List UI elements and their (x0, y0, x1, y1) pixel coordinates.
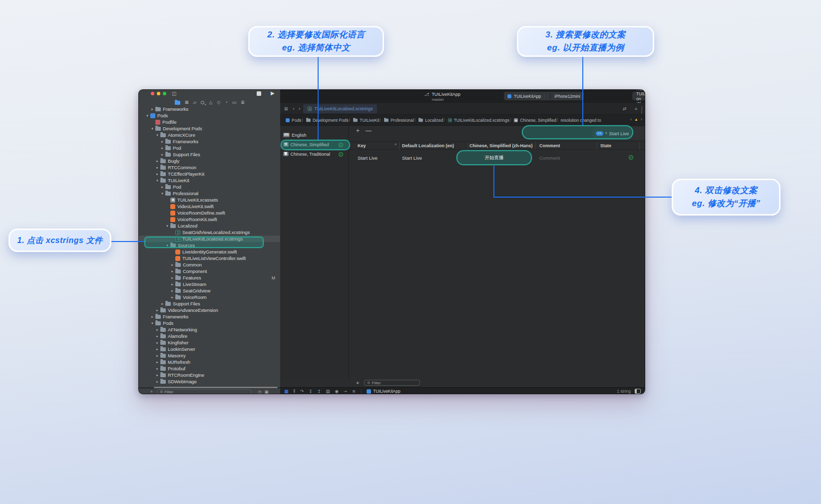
tree-row-pod[interactable]: ▸Pod (139, 184, 280, 190)
tree-row-livestream[interactable]: ▸LiveStream (139, 281, 280, 287)
tree-row-localized[interactable]: ▾Localized (139, 223, 280, 229)
column-key[interactable]: Key (358, 143, 366, 148)
tree-row-features[interactable]: ▸FeaturesM (139, 274, 280, 281)
tree-row-videoadvanceextension[interactable]: ▸VideoAdvanceExtension (139, 307, 280, 313)
disclosure-icon[interactable]: ▸ (170, 289, 174, 293)
tree-row-pod[interactable]: ▸Pod (139, 145, 280, 151)
language-row-chinese-traditional[interactable]: 繁Chinese, Traditional✓ (280, 149, 349, 159)
tree-row-pods[interactable]: ▾Pods (139, 112, 280, 119)
go-forward-button[interactable]: › (299, 106, 300, 111)
tree-row-protobuf[interactable]: ▸Protobuf (139, 365, 280, 372)
disclosure-icon[interactable]: ▸ (155, 308, 159, 312)
run-destination[interactable]: iPhone12mini (554, 94, 580, 99)
tree-row-alamofire[interactable]: ▸Alamofire (139, 333, 280, 339)
disclosure-icon[interactable]: ▾ (150, 127, 154, 131)
close-window-button[interactable] (151, 92, 154, 95)
debug-area-toggle-icon[interactable]: ▦ (284, 389, 289, 394)
disclosure-icon[interactable]: ▾ (155, 179, 159, 183)
source-control-icon[interactable]: ⊠ (185, 100, 189, 105)
disclosure-icon[interactable]: ▸ (160, 185, 164, 189)
tree-row-atomicxcore[interactable]: ▾AtomicXCore (139, 132, 280, 138)
disclosure-icon[interactable]: ▾ (145, 114, 149, 118)
disclosure-icon[interactable]: ▸ (160, 140, 164, 144)
disclosure-icon[interactable]: ▸ (155, 354, 159, 358)
disclosure-icon[interactable]: ▸ (160, 302, 164, 306)
tree-row-liveidentitygenerator-swift[interactable]: LiveIdentityGenerator.swift (139, 249, 280, 255)
disclosure-icon[interactable]: ▸ (155, 328, 159, 332)
tree-row-component[interactable]: ▸Component (139, 268, 280, 274)
pause-icon[interactable]: ‖ (294, 389, 296, 394)
disclosure-icon[interactable]: ▾ (155, 133, 159, 137)
tree-row-support-files[interactable]: ▸Support Files (139, 151, 280, 158)
tree-row-masonry[interactable]: ▸Masonry (139, 352, 280, 359)
cell-default-en[interactable]: Start Live (402, 155, 422, 161)
column-state[interactable]: State (600, 143, 611, 148)
tree-row-videolivekit-swift[interactable]: VideoLiveKit.swift (139, 203, 280, 210)
tree-row-mjrefresh[interactable]: ▸MJRefresh (139, 359, 280, 365)
tree-row-voiceroomdefine-swift[interactable]: VoiceRoomDefine.swift (139, 210, 280, 216)
tree-row-common[interactable]: ▸Common (139, 261, 280, 268)
tree-row-kingfisher[interactable]: ▸Kingfisher (139, 339, 280, 346)
disclosure-icon[interactable]: ▾ (150, 321, 154, 325)
stack-frames-icon[interactable]: ≋ (352, 389, 356, 394)
breadcrumb-item-pods[interactable]: Pods (285, 118, 301, 123)
swap-editor-icon[interactable]: ⇄ (623, 106, 627, 111)
tests-icon[interactable]: ◇ (217, 100, 220, 105)
breadcrumb-item-chinese-simplified[interactable]: Chinese, Simplified (513, 118, 556, 123)
breadcrumb-item-professional[interactable]: Professional (384, 118, 414, 123)
tree-row-tuilivelistviewcontroller-swift[interactable]: TUILiveListViewController.swift (139, 255, 280, 261)
find-icon[interactable] (201, 101, 204, 104)
tree-row-voiceroom[interactable]: ▸VoiceRoom (139, 294, 280, 300)
bottom-panel-icon[interactable] (635, 389, 641, 394)
step-out-icon[interactable]: ↥ (317, 389, 321, 394)
disclosure-icon[interactable]: ▸ (170, 282, 174, 286)
toggle-navigator-icon[interactable]: ◫ (172, 91, 176, 96)
column-default-en[interactable]: Default Localization (en) (402, 143, 454, 148)
go-back-button[interactable]: ‹ (293, 106, 295, 111)
scheme-selector[interactable]: TUILiveKitApp 〉 iPhone12mini (504, 92, 584, 100)
tree-row-tuilivekit[interactable]: ▾TUILiveKit (139, 177, 280, 184)
crumb-forward-icon[interactable]: › (641, 117, 642, 122)
bookmarks-icon[interactable]: ▱ (193, 100, 197, 105)
crumb-warning-icon[interactable]: ▲ (634, 117, 638, 122)
tree-row-frameworks[interactable]: ▸Frameworks (139, 138, 280, 145)
navigator-add-button[interactable]: + (150, 389, 153, 394)
crumb-back-icon[interactable]: ‹ (630, 117, 632, 122)
sort-indicator-icon[interactable]: ^ (395, 143, 397, 147)
disclosure-icon[interactable]: ▸ (170, 295, 174, 299)
tree-row-tuilivekit-xcassets[interactable]: TUILiveKit.xcassets (139, 197, 280, 203)
catalog-filter-field[interactable]: ⛭ Filter (364, 380, 420, 386)
disclosure-icon[interactable]: ▸ (160, 153, 164, 157)
language-row-english[interactable]: ENEnglish (280, 130, 349, 140)
view-debugger-icon[interactable]: ▤ (326, 389, 330, 394)
disclosure-icon[interactable]: ▸ (170, 263, 174, 267)
disclosure-icon[interactable]: ▸ (160, 146, 164, 150)
cell-key[interactable]: Start Live (358, 155, 378, 161)
navigator-filter-field[interactable]: ⛭ Filter (157, 389, 252, 394)
tree-row-seatgridviewlocalized-xcstrings[interactable]: SeatGridViewLocalized.xcstrings (139, 229, 280, 236)
breadcrumb-item-resolution-changed-to[interactable]: resolution changed to (560, 118, 601, 123)
filter-scope-icon[interactable]: ▣ (264, 389, 268, 394)
zoom-window-button[interactable] (163, 92, 166, 95)
disclosure-icon[interactable]: ▸ (155, 380, 159, 384)
disclosure-icon[interactable]: ▸ (150, 107, 154, 111)
catalog-add-button[interactable]: + (356, 380, 359, 386)
tree-row-tceffectplayerkit[interactable]: ▸TCEffectPlayerKit (139, 171, 280, 177)
disclosure-icon[interactable]: ▸ (155, 347, 159, 351)
disclosure-icon[interactable]: ▾ (160, 192, 164, 196)
column-zh-hans[interactable]: Chinese, Simplified (zh-Hans) (469, 143, 533, 148)
related-items-icon[interactable]: ⊞ (284, 106, 288, 111)
breadcrumb-item-localized[interactable]: Localized (418, 118, 443, 123)
disclosure-icon[interactable]: ▸ (155, 172, 159, 176)
recent-files-icon[interactable]: ◷ (258, 389, 261, 394)
tree-row-seatgridview[interactable]: ▸SeatGridview (139, 287, 280, 294)
tree-row-afnetworking[interactable]: ▸AFNetworking (139, 326, 280, 333)
cell-comment-placeholder[interactable]: Comment (539, 155, 560, 161)
disclosure-icon[interactable]: ▸ (155, 166, 159, 170)
remove-string-button[interactable]: — (366, 127, 372, 134)
tree-row-bugly[interactable]: ▸Bugly (139, 158, 280, 164)
tab-tuilivekitlocalized[interactable]: TUILiveKitLocalized.xcstrings (303, 104, 377, 113)
tree-row-rtccommon[interactable]: ▸RTCCommon (139, 164, 280, 171)
stop-button[interactable] (257, 91, 261, 96)
disclosure-icon[interactable]: ▸ (155, 159, 159, 163)
